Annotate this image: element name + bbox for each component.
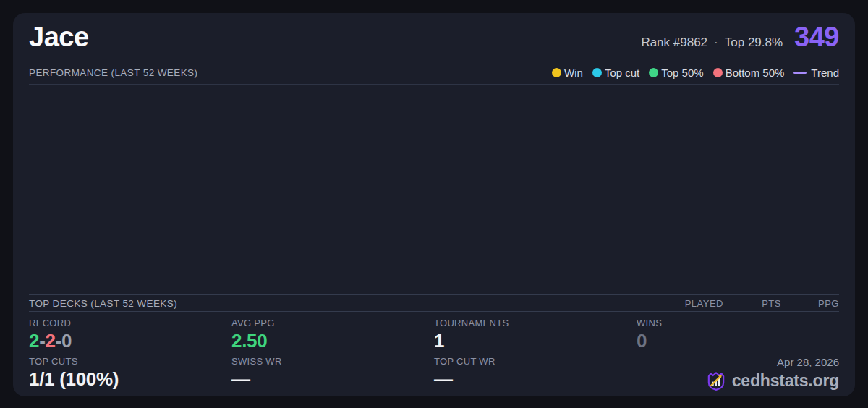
column-pts: PTS [723, 298, 781, 309]
cedhstats-logo-icon [705, 370, 727, 391]
record-draws: 0 [61, 330, 72, 352]
report-date: Apr 28, 2026 [777, 356, 839, 368]
record-sep: - [56, 330, 61, 352]
legend-item-bottom-50[interactable]: Bottom 50% [713, 67, 785, 79]
page-title: Jace [29, 22, 89, 53]
stat-record: RECORD 2-2-0 [29, 318, 231, 354]
rank-text: Rank #9862·Top 29.8% [641, 35, 783, 50]
brand-link[interactable]: cedhstats.org [705, 370, 839, 391]
legend-label-bottom-50: Bottom 50% [726, 67, 785, 79]
legend-item-trend[interactable]: Trend [793, 67, 839, 79]
record-wins: 2 [29, 330, 39, 352]
stat-record-value: 2-2-0 [29, 331, 231, 350]
record-sep: - [39, 330, 45, 352]
stat-avg-ppg: AVG PPG 2.50 [231, 318, 434, 354]
stat-top-cut-wr-value: — [434, 370, 637, 388]
stat-tournaments: TOURNAMENTS 1 [434, 318, 637, 354]
stat-wins-label: WINS [637, 318, 839, 328]
stat-swiss-wr-label: SWISS WR [231, 356, 434, 367]
stats-card: Jace Rank #9862·Top 29.8% 349 PERFORMANC… [13, 13, 855, 396]
performance-chart [29, 85, 839, 294]
stat-record-label: RECORD [29, 318, 231, 328]
win-dot-icon [552, 68, 561, 77]
top-decks-header: TOP DECKS (LAST 52 WEEKS) PLAYED PTS PPG [29, 294, 839, 312]
stat-top-cuts-value: 1/1 (100%) [29, 370, 231, 388]
record-losses: 2 [46, 330, 56, 352]
legend-item-top-50[interactable]: Top 50% [649, 67, 703, 79]
performance-header: PERFORMANCE (LAST 52 WEEKS) Win Top cut … [29, 61, 839, 85]
stat-top-cuts-label: TOP CUTS [29, 356, 231, 367]
stat-top-cut-wr: TOP CUT WR — [434, 356, 637, 392]
stat-top-cut-wr-label: TOP CUT WR [434, 356, 637, 367]
stat-top-cuts: TOP CUTS 1/1 (100%) [29, 356, 231, 392]
card-footer: Apr 28, 2026 cedhstats.org [637, 356, 839, 392]
stat-tournaments-value: 1 [434, 331, 637, 350]
stat-swiss-wr: SWISS WR — [231, 356, 434, 392]
header-right: Rank #9862·Top 29.8% 349 [641, 22, 839, 53]
legend-item-win[interactable]: Win [552, 67, 583, 79]
deck-table-columns: PLAYED PTS PPG [665, 298, 839, 309]
performance-section-title: PERFORMANCE (LAST 52 WEEKS) [29, 67, 197, 78]
stat-wins-value: 0 [637, 331, 839, 350]
legend-item-top-cut[interactable]: Top cut [592, 67, 639, 79]
brand-name: cedhstats.org [732, 371, 839, 391]
score-value: 349 [794, 22, 839, 53]
bottom-50-dot-icon [713, 68, 723, 77]
stat-tournaments-label: TOURNAMENTS [434, 318, 637, 328]
legend-label-top-cut: Top cut [605, 67, 639, 79]
top-cut-dot-icon [592, 68, 602, 77]
top-decks-section-title: TOP DECKS (LAST 52 WEEKS) [29, 298, 177, 309]
card-header: Jace Rank #9862·Top 29.8% 349 [29, 13, 839, 61]
column-ppg: PPG [781, 298, 839, 309]
stat-wins: WINS 0 [637, 318, 839, 354]
top-percent: Top 29.8% [725, 35, 783, 49]
rank-separator: · [714, 35, 718, 49]
stats-grid: RECORD 2-2-0 AVG PPG 2.50 TOURNAMENTS 1 … [29, 312, 839, 396]
column-played: PLAYED [665, 298, 723, 309]
legend-label-top-50: Top 50% [661, 67, 703, 79]
chart-legend: Win Top cut Top 50% Bottom 50% Trend [552, 67, 839, 79]
stat-avg-ppg-value: 2.50 [231, 331, 434, 350]
legend-label-trend: Trend [811, 67, 839, 79]
top-50-dot-icon [649, 68, 658, 77]
stat-avg-ppg-label: AVG PPG [231, 318, 434, 328]
rank-number: Rank #9862 [641, 35, 707, 49]
trend-line-icon [793, 72, 807, 74]
stat-swiss-wr-value: — [231, 370, 434, 388]
legend-label-win: Win [564, 67, 583, 79]
